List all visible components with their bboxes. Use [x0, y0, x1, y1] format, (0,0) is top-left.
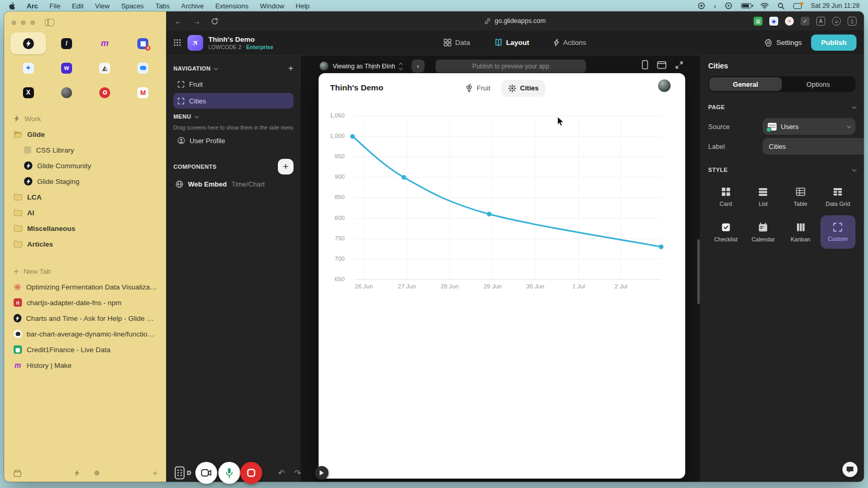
close-window-button[interactable]: [11, 20, 16, 25]
menu-file[interactable]: File: [50, 2, 61, 10]
face-extension-icon[interactable]: ☺: [832, 17, 841, 26]
tab-layout[interactable]: Layout: [494, 39, 529, 47]
sidebar-tab-css-library[interactable]: CSS Library: [10, 142, 161, 158]
style-data-grid[interactable]: Data Grid: [820, 180, 856, 213]
component-web-embed[interactable]: Web Embed Time/Chart: [173, 176, 294, 192]
new-space-plus-icon[interactable]: +: [153, 469, 158, 478]
keypad-icon[interactable]: [174, 466, 185, 480]
sidebar-folder-lca[interactable]: LCA: [10, 189, 161, 205]
check-extension-icon[interactable]: ✓: [801, 17, 810, 26]
tab-options[interactable]: Options: [782, 77, 854, 91]
app-tile-webflow[interactable]: w: [49, 57, 84, 79]
redo-icon[interactable]: ↷: [294, 468, 301, 478]
open-tab-github[interactable]: bar-chart-average-dynamic-line/function.…: [10, 326, 161, 342]
menu-view[interactable]: View: [95, 2, 110, 10]
stop-recording-button[interactable]: [240, 462, 262, 484]
publish-button[interactable]: Publish: [811, 34, 857, 51]
style-checklist[interactable]: Checklist: [708, 215, 744, 249]
tab-general[interactable]: General: [709, 77, 782, 91]
style-card[interactable]: Card: [708, 180, 744, 213]
boost-bolt-icon[interactable]: [74, 470, 80, 477]
address-bar[interactable]: go.glideapps.com: [484, 17, 546, 25]
publish-preview-bar[interactable]: Publish to preview your app: [436, 60, 586, 73]
menubar-clock[interactable]: Sat 29 Jun 11:28: [811, 2, 860, 9]
zoom-window-button[interactable]: [30, 20, 35, 25]
open-tab-glide-community[interactable]: Charts and Time - Ask for Help - Glide C…: [10, 310, 161, 326]
sidebar-tab-glide-community[interactable]: Glide Community: [10, 158, 161, 173]
undo-icon[interactable]: ↶: [278, 468, 285, 478]
new-tab-button[interactable]: + New Tab: [10, 263, 161, 279]
style-calendar[interactable]: Calendar: [746, 215, 781, 249]
app-tile-docs[interactable]: ◭: [87, 57, 123, 79]
app-tile-glide[interactable]: [10, 32, 46, 54]
split-view-extension-icon[interactable]: ▯: [848, 17, 857, 26]
open-tab-make-history[interactable]: m History | Make: [10, 357, 161, 373]
fullscreen-icon[interactable]: [675, 61, 683, 69]
label-input[interactable]: [763, 138, 864, 155]
app-tile-zoom[interactable]: [125, 57, 161, 79]
style-section-header[interactable]: STYLE: [708, 162, 855, 178]
theme-circle-icon[interactable]: [93, 470, 100, 477]
menu-arc[interactable]: Arc: [27, 2, 38, 10]
reload-icon[interactable]: [211, 17, 218, 25]
mic-toggle-button[interactable]: [218, 462, 240, 484]
style-custom[interactable]: Custom: [820, 215, 856, 249]
app-switcher-grid-icon[interactable]: [173, 39, 181, 47]
apple-menu-icon[interactable]: [8, 2, 15, 10]
screen-item-user-profile[interactable]: User Profile: [173, 133, 294, 148]
screen-item-fruit[interactable]: Fruit: [173, 76, 294, 92]
navigation-section-header[interactable]: NAVIGATION +: [173, 62, 294, 75]
sidebar-folder-glide[interactable]: Glide: [10, 126, 161, 142]
notification-status-icon[interactable]: [793, 3, 802, 9]
app-tile-slash[interactable]: /: [49, 32, 84, 54]
sheets-extension-icon[interactable]: ▦: [754, 17, 763, 26]
wifi-icon[interactable]: [760, 3, 769, 9]
sidebar-folder-miscellaneous[interactable]: Miscellaneous: [10, 220, 161, 236]
app-tile-x[interactable]: X: [10, 82, 46, 103]
sidebar-tab-glide-staging[interactable]: Glide Staging: [10, 173, 161, 189]
add-screen-button[interactable]: +: [288, 63, 294, 74]
archive-box-icon[interactable]: [14, 470, 21, 477]
menu-section-header[interactable]: MENU: [173, 110, 294, 123]
sidebar-toggle-icon[interactable]: [45, 19, 54, 26]
desktop-device-icon[interactable]: [657, 61, 666, 69]
claude-extension-icon[interactable]: ✳: [785, 17, 794, 26]
open-tab-sheets[interactable]: ▦ Credit1Finance - Live Data: [10, 342, 161, 357]
status-circle-icon[interactable]: [698, 2, 705, 9]
page-section-header[interactable]: PAGE: [708, 99, 855, 115]
add-component-button[interactable]: +: [278, 159, 294, 175]
tab-data[interactable]: Data: [443, 39, 470, 47]
status-chevron-icon[interactable]: ‹: [714, 2, 716, 10]
app-tile-gmail[interactable]: M: [125, 82, 161, 103]
style-list[interactable]: List: [746, 180, 781, 213]
menu-extensions[interactable]: Extensions: [215, 2, 249, 10]
app-meta[interactable]: Thinh's Demo LOWCODE 2 · Enterprise: [208, 36, 273, 50]
back-nav-icon[interactable]: ←: [174, 17, 182, 26]
menu-window[interactable]: Window: [260, 2, 284, 10]
app-tile-sphere[interactable]: [49, 82, 84, 103]
support-chat-button[interactable]: [842, 462, 858, 477]
source-select[interactable]: Users: [763, 118, 855, 135]
settings-button[interactable]: Settings: [765, 39, 802, 47]
screen-item-cities[interactable]: Cities: [173, 93, 294, 109]
app-tile-red[interactable]: [87, 82, 123, 103]
open-tab-fermentation[interactable]: Optimizing Fermentation Data Visualizati…: [10, 279, 161, 295]
forward-nav-icon[interactable]: →: [193, 17, 201, 26]
app-tile-make[interactable]: m: [87, 32, 123, 54]
menu-archive[interactable]: Archive: [181, 2, 204, 10]
shield-extension-icon[interactable]: ◆: [769, 17, 778, 26]
open-tab-npm[interactable]: n chartjs-adapter-date-fns - npm: [10, 295, 161, 310]
style-table[interactable]: Table: [783, 180, 818, 213]
sidebar-item-work[interactable]: Work: [10, 111, 161, 126]
style-kanban[interactable]: Kanban: [783, 215, 818, 249]
battery-icon[interactable]: [741, 3, 752, 8]
preview-back-button[interactable]: ‹: [412, 60, 425, 73]
tab-actions[interactable]: Actions: [553, 39, 586, 47]
glide-app-icon-airplane[interactable]: ✈: [187, 35, 203, 51]
menu-tabs[interactable]: Tabs: [155, 2, 169, 10]
recorder-play-bubble[interactable]: [315, 466, 329, 480]
status-play-icon[interactable]: [725, 2, 732, 9]
menu-help[interactable]: Help: [296, 2, 310, 10]
viewing-as-selector[interactable]: Viewing as Thịnh Đình: [320, 59, 402, 73]
menu-edit[interactable]: Edit: [72, 2, 84, 10]
